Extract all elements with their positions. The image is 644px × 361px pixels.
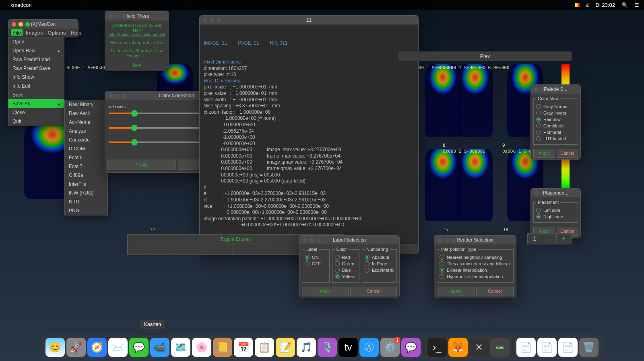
safari-icon[interactable]: 🧭 [87, 338, 107, 357]
feedback-icon[interactable]: 💬 [401, 338, 421, 357]
facetime-icon[interactable]: 📹 [150, 338, 169, 357]
render-opt-hyperbolic-filter-interpolation[interactable]: Hyperbolic-filter interpolation [440, 273, 511, 280]
display-icon[interactable]: ⎚ [586, 2, 589, 8]
xmedcon-icon[interactable]: ✕ [469, 338, 489, 357]
num-opt-ecat-matrix[interactable]: Ecat/Matrix [365, 267, 394, 273]
palette-opt-hotmetal[interactable]: Hotmetal [536, 129, 575, 135]
render-opt-nearest-neighbour-sampling[interactable]: Nearest neighbour sampling [440, 254, 511, 260]
color-opt-yellow[interactable]: Yellow [335, 273, 357, 280]
minimize-icon[interactable] [310, 238, 314, 242]
close-icon[interactable] [534, 87, 539, 92]
close-icon[interactable] [12, 22, 16, 27]
close-icon[interactable] [108, 14, 113, 18]
menu-raw-predef-load[interactable]: Raw Predef Load [8, 55, 64, 64]
saveas-acr-nema[interactable]: Acr/Nema [65, 118, 107, 127]
palette-opt-combined[interactable]: Combined [536, 123, 575, 129]
saveas-interfile[interactable]: InterFile [65, 180, 107, 189]
cancel-button[interactable]: Cancel [557, 149, 578, 158]
saveas-gif89a[interactable]: Gif89a [65, 171, 107, 180]
menu-quit[interactable]: Quit [8, 117, 64, 126]
toggle-cell-1[interactable] [128, 244, 234, 255]
saveas-raw-binary[interactable]: Raw Binary [65, 100, 107, 109]
minimize-icon[interactable] [444, 238, 449, 242]
nav-plus[interactable]: + [557, 234, 571, 244]
flag-icon[interactable] [573, 3, 580, 7]
label-opt-off[interactable]: OFF [305, 260, 327, 267]
saveas-analyze[interactable]: Analyze [65, 127, 107, 135]
color-opt-green[interactable]: Green [335, 260, 357, 267]
saveas-concorde[interactable]: Concorde [65, 135, 107, 144]
mail-icon[interactable]: ✉️ [108, 338, 128, 357]
cancel-button[interactable]: Cancel [350, 287, 397, 295]
render-opt-tiles-as-mix-nearest-and-bilinear[interactable]: Tiles as mix nearest and bilinear [440, 260, 511, 267]
control-center-icon[interactable]: ☰ [634, 2, 639, 8]
zoom-icon[interactable] [25, 22, 30, 27]
label-opt-on[interactable]: ON [305, 254, 327, 260]
apply-button[interactable]: Apply [533, 149, 555, 158]
cancel-button[interactable]: Cancel [476, 287, 514, 295]
trash-icon[interactable]: 🗑️ [579, 338, 599, 357]
menu-open[interactable]: Open [8, 37, 64, 46]
photos-icon[interactable]: 🌸 [192, 338, 211, 357]
saveas-ecat6[interactable]: Ecat 6 [65, 153, 107, 162]
messages-icon[interactable]: 💬 [129, 338, 149, 357]
menu-help[interactable]: Help [69, 29, 83, 36]
menu-info-show[interactable]: Info Show [8, 73, 64, 82]
color-opt-red[interactable]: Red [335, 254, 357, 260]
minimize-icon[interactable] [115, 94, 120, 98]
clock[interactable]: Di 23:02 [596, 2, 615, 8]
calendar-icon[interactable]: 📅 [234, 338, 253, 357]
appstore-icon[interactable]: Ⓐ [359, 338, 379, 357]
apply-button[interactable]: Apply [437, 287, 475, 295]
render-opt-bilinear-interpolation[interactable]: Bilinear interpolation [440, 267, 511, 273]
close-icon[interactable] [438, 238, 442, 242]
menu-file[interactable]: File [11, 29, 23, 36]
doc-icon-2[interactable]: 📄 [537, 338, 557, 357]
menu-close[interactable]: Close [8, 108, 64, 117]
terminal-icon[interactable]: ›_ [427, 338, 447, 357]
tv-icon[interactable]: tv [339, 338, 358, 357]
close-icon[interactable] [534, 191, 539, 195]
close-icon[interactable] [203, 18, 207, 23]
placement-opt-right-side[interactable]: Right side [536, 213, 575, 220]
doc-icon-1[interactable]: 📄 [516, 338, 536, 357]
exec-icon[interactable]: exec [490, 338, 510, 357]
saveas-png[interactable]: PNG [65, 206, 107, 215]
minimize-icon[interactable] [210, 18, 214, 23]
num-opt-absolute[interactable]: Absolute [365, 254, 394, 260]
reminders-icon[interactable]: 📋 [255, 338, 274, 357]
palette-opt-gray-invers[interactable]: Gray Invers [536, 110, 575, 116]
music-icon[interactable]: 🎵 [297, 338, 316, 357]
saveas-inw[interactable]: INW (RUG) [65, 189, 107, 197]
close-icon[interactable] [303, 238, 307, 242]
podcasts-icon[interactable]: 🎙️ [318, 338, 337, 357]
menu-options[interactable]: Options [46, 29, 68, 36]
palette-opt-rainbow[interactable]: Rainbow [536, 116, 575, 123]
launchpad-icon[interactable]: 🚀 [66, 338, 86, 357]
close-icon[interactable] [108, 94, 113, 98]
saveas-nifti[interactable]: NIfTI [65, 197, 107, 206]
maps-icon[interactable]: 🗺️ [171, 338, 190, 357]
menu-info-edit[interactable]: Info Edit [8, 82, 64, 90]
placement-opt-left-side[interactable]: Left side [536, 207, 575, 213]
zoom-icon[interactable] [451, 238, 456, 242]
hello-link[interactable]: http://xmedcon.sourceforge.net/ [107, 33, 166, 37]
bye-button[interactable]: Bye [105, 60, 169, 71]
contacts-icon[interactable]: 📒 [213, 338, 232, 357]
finder-icon[interactable]: 😊 [45, 338, 65, 357]
zoom-icon[interactable] [122, 94, 126, 98]
palette-opt-gray-normal[interactable]: Gray Normal [536, 103, 575, 110]
apply-button[interactable]: Apply [302, 287, 349, 295]
notes-icon[interactable]: 📝 [276, 338, 295, 357]
menu-images[interactable]: Images [24, 29, 45, 36]
palette-opt-lut-loaded-[interactable]: LUT loaded ... [536, 135, 575, 142]
color-opt-blue[interactable]: Blue [335, 267, 357, 273]
nav-minus[interactable]: - [542, 234, 557, 244]
apply-button[interactable]: Apply [107, 160, 175, 170]
saveas-dicom[interactable]: DICOM [65, 144, 107, 153]
app-name[interactable]: xmedcon [10, 2, 32, 8]
settings-icon[interactable]: ⚙️1 [380, 338, 400, 357]
menu-save[interactable]: Save [8, 90, 64, 99]
menu-save-as[interactable]: Save As▸ [8, 99, 64, 108]
doc-icon-3[interactable]: 📄 [558, 338, 578, 357]
